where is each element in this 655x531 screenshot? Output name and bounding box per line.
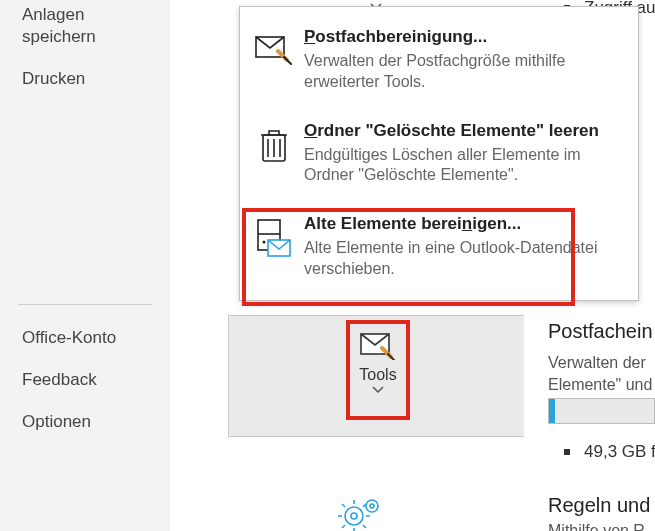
chevron-down-icon: [354, 386, 402, 394]
menu-item-archive-old[interactable]: Alte Elemente bereinigen... Alte Element…: [240, 200, 638, 294]
archive-mail-icon: [254, 214, 294, 260]
svg-point-4: [370, 504, 374, 508]
svg-point-2: [351, 513, 357, 519]
quota-bar: [548, 398, 655, 424]
menu-item-title: Ordner "Gelöschte Elemente" leeren: [304, 121, 618, 145]
menu-item-desc: Alte Elemente in eine Outlook-Datendatei…: [304, 238, 618, 280]
svg-point-8: [263, 241, 266, 244]
tools-label: Tools: [354, 366, 402, 384]
section-heading-postfach: Postfachein: [548, 320, 653, 343]
sidebar-item-feedback[interactable]: Feedback: [0, 359, 170, 401]
section-sub-postfach: Verwalten der Elemente" und: [548, 352, 652, 395]
sidebar-item-save-attachments[interactable]: Anlagen speichern: [0, 0, 170, 58]
sidebar: Anlagen speichern Drucken Office-Konto F…: [0, 0, 170, 531]
section-heading-regeln: Regeln und: [548, 494, 650, 517]
quota-value: 49,3 GB f: [584, 442, 655, 462]
svg-point-1: [345, 507, 363, 525]
menu-item-desc: Endgültiges Löschen aller Elemente im Or…: [304, 145, 618, 187]
gear-icon[interactable]: [338, 498, 384, 531]
sidebar-item-options[interactable]: Optionen: [0, 401, 170, 443]
sidebar-item-office-account[interactable]: Office-Konto: [0, 313, 170, 359]
menu-item-desc: Verwalten der Postfachgröße mithilfe erw…: [304, 51, 618, 93]
menu-item-title: Alte Elemente bereinigen...: [304, 214, 618, 238]
section-sub-regeln: Mithilfe von R: [548, 522, 645, 531]
sidebar-divider: [18, 304, 152, 305]
bullet-icon: [564, 449, 570, 455]
sidebar-item-print[interactable]: Drucken: [0, 58, 170, 100]
mail-sweep-icon: [254, 27, 294, 65]
menu-item-title: Postfachbereinigung...: [304, 27, 618, 51]
tools-dropdown-menu: Postfachbereinigung... Verwalten der Pos…: [239, 6, 639, 301]
tools-button[interactable]: Tools: [354, 330, 402, 394]
svg-point-3: [366, 500, 378, 512]
menu-item-empty-deleted[interactable]: Ordner "Gelöschte Elemente" leeren Endgü…: [240, 107, 638, 201]
trash-icon: [254, 121, 294, 165]
menu-item-mailbox-cleanup[interactable]: Postfachbereinigung... Verwalten der Pos…: [240, 13, 638, 107]
mail-sweep-icon: [354, 330, 402, 360]
